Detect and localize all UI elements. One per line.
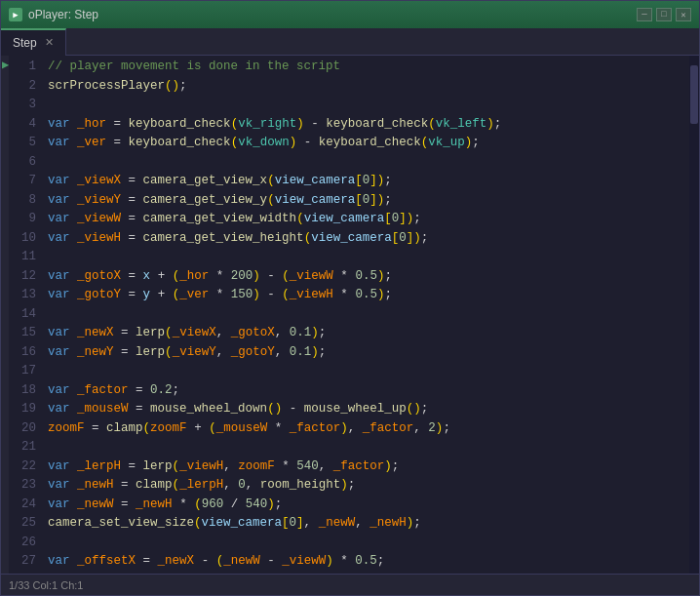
line-number: 11 <box>9 248 36 267</box>
window-controls[interactable]: ─ □ ✕ <box>637 8 691 21</box>
tab-step[interactable]: Step ✕ <box>1 28 66 56</box>
line-number: 15 <box>9 324 36 343</box>
line-number: 5 <box>9 134 36 153</box>
code-line: var _offsetX = _newX - (_newW - _viewW) … <box>48 552 689 572</box>
code-line <box>48 534 689 553</box>
line-number: 27 <box>9 552 36 572</box>
code-line: var _newW = _newH * (960 / 540); <box>48 496 689 515</box>
tab-close-button[interactable]: ✕ <box>45 37 54 48</box>
line-number: 24 <box>9 496 36 515</box>
code-line: var _viewH = camera_get_view_height(view… <box>48 229 689 249</box>
line-numbers: 1234567891011121314151617181920212223242… <box>9 56 44 574</box>
line-number: 4 <box>9 115 36 135</box>
code-line: camera_set_view_size(view_camera[0], _ne… <box>48 514 689 534</box>
code-line <box>48 153 689 173</box>
code-line <box>48 362 689 381</box>
app-icon: ▶ <box>9 8 22 21</box>
close-button[interactable]: ✕ <box>676 8 691 21</box>
code-line <box>48 96 689 115</box>
tabbar: Step ✕ <box>1 28 699 56</box>
code-line: var _hor = keyboard_check(vk_right) - ke… <box>48 115 689 135</box>
code-line <box>48 248 689 267</box>
minimize-button[interactable]: ─ <box>637 8 652 21</box>
statusbar: 1/33 Col:1 Ch:1 <box>1 574 699 595</box>
code-line: var _factor = 0.2; <box>48 381 689 401</box>
line-number: 23 <box>9 476 36 496</box>
code-line: var _gotoY = y + (_ver * 150) - (_viewH … <box>48 286 689 305</box>
titlebar: ▶ oPlayer: Step ─ □ ✕ <box>1 1 699 28</box>
code-line: var _viewX = camera_get_view_x(view_came… <box>48 172 689 191</box>
line-number: 20 <box>9 419 36 439</box>
cursor-position: 1/33 Col:1 Ch:1 <box>9 579 83 591</box>
line-number: 21 <box>9 438 36 457</box>
scrollbar-thumb[interactable] <box>690 65 698 124</box>
line-number: 18 <box>9 381 36 401</box>
line-number: 8 <box>9 191 36 211</box>
line-number: 19 <box>9 400 36 419</box>
code-line: var _gotoX = x + (_hor * 200) - (_viewW … <box>48 267 689 287</box>
code-line: var _viewW = camera_get_view_width(view_… <box>48 210 689 229</box>
vertical-scrollbar[interactable] <box>689 56 699 574</box>
code-line: var _newX = lerp(_viewX, _gotoX, 0.1); <box>48 324 689 343</box>
code-line: var _lerpH = lerp(_viewH, zoomF * 540, _… <box>48 457 689 477</box>
line-number: 26 <box>9 534 36 553</box>
window-title: oPlayer: Step <box>28 8 98 21</box>
line-number: 2 <box>9 77 36 97</box>
line-number: 7 <box>9 172 36 191</box>
gutter: ▶ <box>1 56 9 574</box>
code-line: scrProcessPlayer(); <box>48 77 689 97</box>
line-number: 17 <box>9 362 36 381</box>
line-number: 13 <box>9 286 36 305</box>
main-window: ▶ oPlayer: Step ─ □ ✕ Step ✕ ▶ 123456789… <box>0 0 700 596</box>
code-line: var _mouseW = mouse_wheel_down() - mouse… <box>48 400 689 419</box>
line-number: 14 <box>9 305 36 325</box>
line-number: 22 <box>9 457 36 477</box>
code-line: var _newY = lerp(_viewY, _gotoY, 0.1); <box>48 343 689 363</box>
maximize-button[interactable]: □ <box>656 8 672 21</box>
code-line: var _ver = keyboard_check(vk_down) - key… <box>48 134 689 153</box>
code-line <box>48 438 689 457</box>
line-number: 9 <box>9 210 36 229</box>
code-line: var _newH = clamp(_lerpH, 0, room_height… <box>48 476 689 496</box>
line-number: 6 <box>9 153 36 173</box>
tab-label: Step <box>13 36 37 50</box>
line-number: 25 <box>9 514 36 534</box>
line-number: 1 <box>9 58 36 77</box>
code-line: // player movement is done in the script <box>48 58 689 77</box>
titlebar-left: ▶ oPlayer: Step <box>9 8 98 21</box>
code-line <box>48 305 689 325</box>
code-line: var _viewY = camera_get_view_y(view_came… <box>48 191 689 211</box>
editor-area: ▶ 12345678910111213141516171819202122232… <box>1 56 699 574</box>
line-number: 12 <box>9 267 36 287</box>
line-number: 10 <box>9 229 36 249</box>
line-number: 16 <box>9 343 36 363</box>
line-number: 3 <box>9 96 36 115</box>
code-line: zoomF = clamp(zoomF + (_mouseW * _factor… <box>48 419 689 439</box>
code-editor[interactable]: // player movement is done in the script… <box>44 56 689 574</box>
